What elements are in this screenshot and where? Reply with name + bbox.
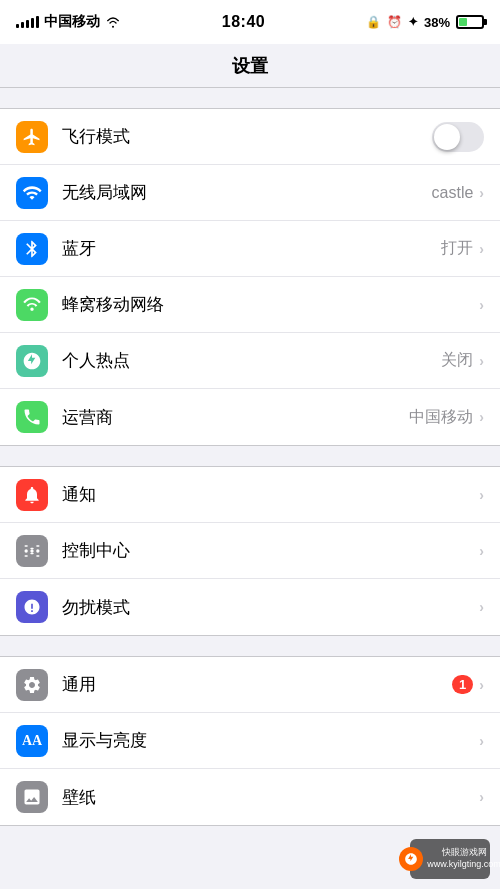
display-label: 显示与亮度 (62, 729, 479, 752)
watermark-text: 快眼游戏网 www.kyilgting.com (427, 847, 500, 870)
control-center-icon (16, 535, 48, 567)
hotspot-icon (16, 345, 48, 377)
svg-point-2 (36, 549, 39, 552)
bluetooth-value: 打开 (441, 238, 473, 259)
section-network: 飞行模式 无线局域网 castle › 蓝牙 打开 › 蜂窝移动网络 › 个人 (0, 108, 500, 446)
nav-bar: 设置 (0, 44, 500, 88)
notifications-chevron: › (479, 487, 484, 503)
display-icon: AA (16, 725, 48, 757)
signal-bars (16, 16, 39, 28)
do-not-disturb-chevron: › (479, 599, 484, 615)
carrier-chevron: › (479, 409, 484, 425)
lock-icon: 🔒 (366, 15, 381, 29)
do-not-disturb-icon (16, 591, 48, 623)
hotspot-chevron: › (479, 353, 484, 369)
battery-indicator (456, 15, 484, 29)
row-cellular[interactable]: 蜂窝移动网络 › (0, 277, 500, 333)
row-notifications[interactable]: 通知 › (0, 467, 500, 523)
airplane-icon (16, 121, 48, 153)
row-carrier[interactable]: 运营商 中国移动 › (0, 389, 500, 445)
wallpaper-chevron: › (479, 789, 484, 805)
svg-rect-4 (25, 555, 28, 557)
row-hotspot[interactable]: 个人热点 关闭 › (0, 333, 500, 389)
alarm-icon: ⏰ (387, 15, 402, 29)
airplane-label: 飞行模式 (62, 125, 432, 148)
watermark: 快眼游戏网 www.kyilgting.com (410, 839, 490, 879)
row-wifi[interactable]: 无线局域网 castle › (0, 165, 500, 221)
row-airplane[interactable]: 飞行模式 (0, 109, 500, 165)
notifications-label: 通知 (62, 483, 479, 506)
status-left: 中国移动 (16, 13, 121, 31)
status-bar: 中国移动 18:40 🔒 ⏰ ✦ 38% (0, 0, 500, 44)
bluetooth-chevron: › (479, 241, 484, 257)
toggle-knob (434, 124, 460, 150)
wifi-value: castle (432, 184, 474, 202)
section-notifications: 通知 › 控制中心 › 勿扰模式 › (0, 466, 500, 636)
wifi-label: 无线局域网 (62, 181, 432, 204)
row-general[interactable]: 通用 1 › (0, 657, 500, 713)
carrier-name: 中国移动 (44, 13, 100, 31)
control-center-label: 控制中心 (62, 539, 479, 562)
general-badge: 1 (452, 675, 473, 694)
row-do-not-disturb[interactable]: 勿扰模式 › (0, 579, 500, 635)
row-bluetooth[interactable]: 蓝牙 打开 › (0, 221, 500, 277)
notifications-icon (16, 479, 48, 511)
section-general: 通用 1 › AA 显示与亮度 › 壁纸 › (0, 656, 500, 826)
hotspot-label: 个人热点 (62, 349, 441, 372)
svg-rect-8 (36, 555, 39, 557)
row-wallpaper[interactable]: 壁纸 › (0, 769, 500, 825)
battery-fill (459, 18, 467, 26)
status-right: 🔒 ⏰ ✦ 38% (366, 15, 484, 30)
wallpaper-label: 壁纸 (62, 786, 479, 809)
page-title: 设置 (232, 54, 268, 78)
general-label: 通用 (62, 673, 452, 696)
carrier-label: 运营商 (62, 406, 409, 429)
svg-point-1 (30, 549, 33, 552)
airplane-toggle[interactable] (432, 122, 484, 152)
cellular-icon (16, 289, 48, 321)
wifi-icon (16, 177, 48, 209)
hotspot-value: 关闭 (441, 350, 473, 371)
svg-rect-6 (30, 552, 33, 554)
svg-rect-7 (36, 545, 39, 547)
control-center-chevron: › (479, 543, 484, 559)
wallpaper-icon (16, 781, 48, 813)
battery-percent: 38% (424, 15, 450, 30)
bluetooth-icon: ✦ (408, 15, 418, 29)
cellular-label: 蜂窝移动网络 (62, 293, 479, 316)
general-chevron: › (479, 677, 484, 693)
do-not-disturb-label: 勿扰模式 (62, 596, 479, 619)
wifi-status-icon (105, 16, 121, 28)
cellular-chevron: › (479, 297, 484, 313)
svg-rect-3 (25, 545, 28, 547)
general-icon (16, 669, 48, 701)
svg-point-0 (25, 549, 28, 552)
bluetooth-row-icon (16, 233, 48, 265)
bluetooth-label: 蓝牙 (62, 237, 441, 260)
display-chevron: › (479, 733, 484, 749)
status-time: 18:40 (222, 13, 265, 31)
svg-rect-5 (30, 547, 33, 549)
carrier-icon (16, 401, 48, 433)
carrier-value: 中国移动 (409, 407, 473, 428)
row-display[interactable]: AA 显示与亮度 › (0, 713, 500, 769)
row-control-center[interactable]: 控制中心 › (0, 523, 500, 579)
wifi-chevron: › (479, 185, 484, 201)
